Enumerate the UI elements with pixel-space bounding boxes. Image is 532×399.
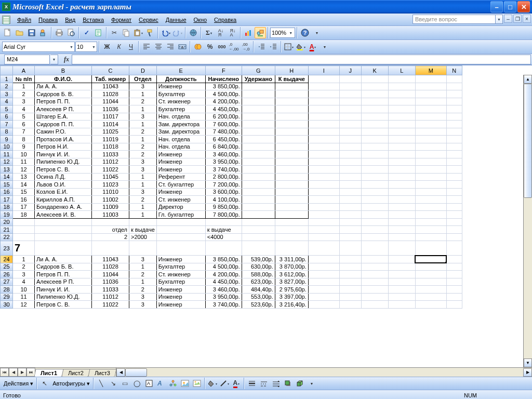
table-header[interactable]: Должность xyxy=(156,75,205,83)
table-cell[interactable]: 1 xyxy=(129,121,157,128)
table-cell[interactable]: Инженер xyxy=(156,188,205,196)
table-cell[interactable]: 6 840,00р. xyxy=(205,143,242,151)
table-cell[interactable]: 523,60р. xyxy=(242,301,275,309)
table-cell[interactable]: Нач. отдела xyxy=(156,136,205,143)
table-cell[interactable]: Бондаренко А. А. xyxy=(35,203,92,211)
arrow-button[interactable]: ↘ xyxy=(108,378,119,389)
line-button[interactable]: ╲ xyxy=(96,378,107,389)
table-cell[interactable]: 3 950,00р. xyxy=(205,293,242,301)
table-cell[interactable]: 12 xyxy=(13,166,35,174)
table-cell[interactable]: 553,00р. xyxy=(242,293,275,301)
table-cell[interactable]: 2 975,60р. xyxy=(275,286,308,294)
table-cell[interactable] xyxy=(275,136,308,143)
underline-button[interactable]: Ч xyxy=(125,41,137,52)
table-cell[interactable] xyxy=(275,173,308,181)
table-cell[interactable]: 6 xyxy=(13,121,35,128)
table-cell[interactable]: 11036 xyxy=(92,105,129,113)
table-cell[interactable]: 4 200,00р. xyxy=(205,98,242,105)
table-cell[interactable] xyxy=(242,128,275,136)
table-cell[interactable] xyxy=(275,128,308,136)
table-cell[interactable] xyxy=(242,143,275,151)
fill-color-button[interactable] xyxy=(295,41,307,52)
toolbar-options-button[interactable]: ▼ xyxy=(311,27,323,38)
table-cell[interactable]: Ст. инженер xyxy=(156,196,205,204)
table-cell[interactable]: 1 xyxy=(129,263,157,271)
document-icon[interactable] xyxy=(2,16,10,24)
table-cell[interactable] xyxy=(275,83,308,90)
table-cell[interactable]: 11028 xyxy=(92,90,129,98)
table-cell[interactable] xyxy=(242,105,275,113)
col-header-D[interactable]: D xyxy=(129,66,157,75)
name-box-dropdown[interactable]: ▼ xyxy=(50,55,58,64)
table-cell[interactable]: Петров С. В. xyxy=(35,301,92,309)
table-cell[interactable]: Ст. инженер xyxy=(156,98,205,105)
dash-style-button[interactable] xyxy=(258,378,270,389)
row-header-27[interactable]: 27 xyxy=(1,278,13,286)
table-cell[interactable] xyxy=(275,151,308,158)
horizontal-scrollbar[interactable]: ◀ ▶ xyxy=(116,368,532,377)
table-cell[interactable]: 11017 xyxy=(92,113,129,121)
sort-desc-button[interactable]: Я↓А xyxy=(227,27,238,38)
row-header-8[interactable]: 8 xyxy=(1,128,13,136)
table-cell[interactable]: 3 216,40р. xyxy=(275,301,308,309)
table-cell[interactable]: 2 xyxy=(129,286,157,294)
grid[interactable]: ABCDEFGHIJKLMN1№ п/пФ.И.О.Таб. номерОтде… xyxy=(0,65,462,309)
table-cell[interactable]: Козлов Е.И. xyxy=(35,188,92,196)
table-cell[interactable] xyxy=(242,188,275,196)
row-header-19[interactable]: 19 xyxy=(1,211,13,219)
table-cell[interactable] xyxy=(242,121,275,128)
table-cell[interactable]: 11033 xyxy=(92,286,129,294)
oval-button[interactable]: ◯ xyxy=(131,378,143,389)
table-cell[interactable]: Сидоров Б. В. xyxy=(35,263,92,271)
table-cell[interactable]: 11012 xyxy=(92,158,129,166)
row-header-29[interactable]: 29 xyxy=(1,293,13,301)
table-cell[interactable] xyxy=(242,136,275,143)
col-header-I[interactable]: I xyxy=(308,66,339,75)
rectangle-button[interactable]: ▭ xyxy=(119,378,131,389)
table-cell[interactable]: Протасов И.А. xyxy=(35,136,92,143)
table-cell[interactable]: 6 200,00р. xyxy=(205,113,242,121)
row-header-2[interactable]: 2 xyxy=(1,83,13,90)
comma-button[interactable]: 000 xyxy=(216,41,228,52)
table-cell[interactable]: 3 612,00р. xyxy=(275,271,308,278)
row-header-23[interactable]: 23 xyxy=(1,241,13,256)
cut-button[interactable]: ✂ xyxy=(109,27,120,38)
menu-tools[interactable]: Сервис xyxy=(135,15,162,24)
autoshapes-menu[interactable]: Автофигуры ▾ xyxy=(51,380,91,387)
table-cell[interactable]: 3 740,00р. xyxy=(205,301,242,309)
table-cell[interactable] xyxy=(275,181,308,189)
table-cell[interactable] xyxy=(275,98,308,105)
table-cell[interactable] xyxy=(242,181,275,189)
row-header-10[interactable]: 10 xyxy=(1,143,13,151)
table-cell[interactable]: 3 xyxy=(129,158,157,166)
table-cell[interactable]: 1 xyxy=(129,203,157,211)
bold-button[interactable]: Ж xyxy=(101,41,113,52)
sheet-tab-Лист3[interactable]: Лист3 xyxy=(88,369,117,377)
table-cell[interactable]: 1 xyxy=(129,90,157,98)
table-cell[interactable] xyxy=(242,151,275,158)
table-cell[interactable]: Пинчук И. И. xyxy=(35,151,92,158)
table-cell[interactable]: 1 xyxy=(13,83,35,90)
row-header-7[interactable]: 7 xyxy=(1,121,13,128)
clipart-button[interactable] xyxy=(179,378,191,389)
table-header[interactable]: Ф.И.О. xyxy=(35,75,92,83)
table-cell[interactable]: 7 xyxy=(13,128,35,136)
table-cell[interactable]: Сидоров П. П. xyxy=(35,121,92,128)
open-button[interactable] xyxy=(14,27,25,38)
table-cell[interactable]: Бухгалтер xyxy=(156,278,205,286)
table-cell[interactable]: 7 200,00р. xyxy=(205,181,242,189)
table-cell[interactable]: 11019 xyxy=(92,136,129,143)
borders-button[interactable] xyxy=(283,41,295,52)
table-cell[interactable]: Бухгалтер xyxy=(156,105,205,113)
currency-button[interactable] xyxy=(192,41,204,52)
table-cell[interactable]: Инженер xyxy=(156,151,205,158)
table-cell[interactable]: Кириллов А.П. xyxy=(35,196,92,204)
research-button[interactable] xyxy=(93,27,104,38)
table-cell[interactable]: Сажин Р.О. xyxy=(35,128,92,136)
table-cell[interactable]: Инженер xyxy=(156,166,205,174)
table-cell[interactable]: 3 827,00р. xyxy=(275,278,308,286)
line-style-button[interactable] xyxy=(246,378,258,389)
table-cell[interactable]: Ли А. А. xyxy=(35,83,92,90)
row-header-16[interactable]: 16 xyxy=(1,188,13,196)
row-header-4[interactable]: 4 xyxy=(1,98,13,105)
